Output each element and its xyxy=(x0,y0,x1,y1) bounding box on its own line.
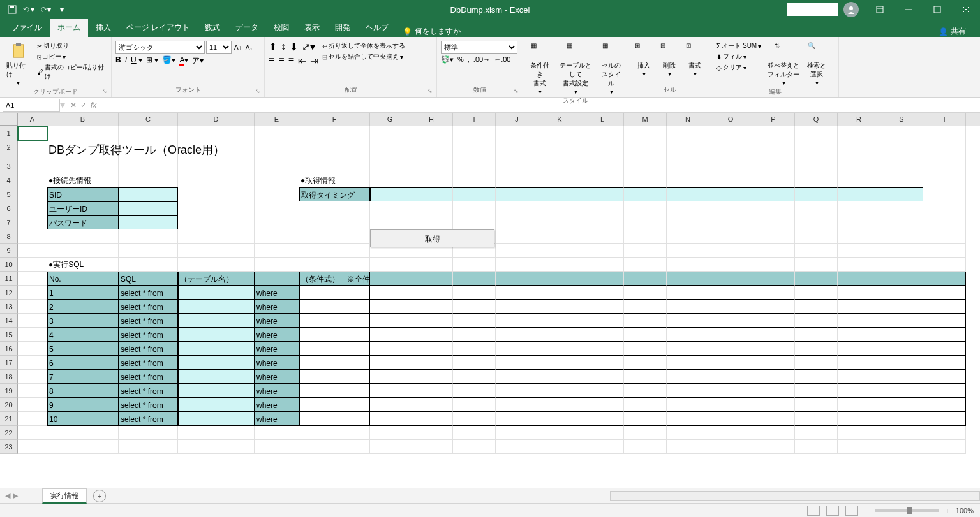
cell-P19[interactable] xyxy=(752,384,795,398)
cell-F12[interactable] xyxy=(299,286,370,300)
cell-I17[interactable] xyxy=(453,356,496,370)
normal-view-icon[interactable] xyxy=(807,506,820,516)
col-header-I[interactable]: I xyxy=(453,113,496,126)
number-format-select[interactable]: 標準 xyxy=(441,41,517,54)
cell-N21[interactable] xyxy=(667,412,709,426)
cell-E4[interactable] xyxy=(255,173,299,187)
tab-data[interactable]: データ xyxy=(228,18,266,37)
name-box[interactable] xyxy=(3,99,60,112)
cell-M10[interactable] xyxy=(624,258,667,272)
cell-E15[interactable]: where xyxy=(255,328,299,342)
cell-Q23[interactable] xyxy=(795,440,838,454)
cell-T15[interactable] xyxy=(923,328,966,342)
cell-J16[interactable] xyxy=(496,342,538,356)
cell-P1[interactable] xyxy=(752,126,795,140)
cell-R18[interactable] xyxy=(838,370,880,384)
tab-view[interactable]: 表示 xyxy=(297,18,327,37)
cell-O12[interactable] xyxy=(709,286,752,300)
cell-G16[interactable] xyxy=(370,342,410,356)
row-header-3[interactable]: 3 xyxy=(0,159,18,173)
cell-H16[interactable] xyxy=(410,342,453,356)
cell-R23[interactable] xyxy=(838,440,880,454)
cell-P3[interactable] xyxy=(752,159,795,173)
cell-F19[interactable] xyxy=(299,384,370,398)
cell-Q2[interactable] xyxy=(795,140,838,159)
cell-P13[interactable] xyxy=(752,300,795,314)
cell-D17[interactable] xyxy=(178,356,255,370)
cell-N10[interactable] xyxy=(667,258,709,272)
orientation-icon[interactable]: ⤢▾ xyxy=(302,41,315,53)
cell-A19[interactable] xyxy=(18,384,47,398)
row-header-8[interactable]: 8 xyxy=(0,229,18,244)
cell-C21[interactable]: select * from xyxy=(119,412,178,426)
cell-C7[interactable] xyxy=(119,215,178,229)
cell-G2[interactable] xyxy=(370,140,410,159)
cell-F23[interactable] xyxy=(299,440,370,454)
cell-D6[interactable] xyxy=(178,201,255,215)
cell-C6[interactable] xyxy=(119,201,178,215)
align-middle-icon[interactable]: ↕ xyxy=(281,41,286,53)
cell-F4[interactable]: ●取得情報 xyxy=(299,173,370,187)
cell-D9[interactable] xyxy=(178,244,255,258)
cell-B5[interactable]: SID xyxy=(47,187,119,201)
col-header-S[interactable]: S xyxy=(880,113,923,126)
cell-E11[interactable] xyxy=(255,272,299,286)
cell-R9[interactable] xyxy=(838,244,880,258)
cell-N18[interactable] xyxy=(667,370,709,384)
cells[interactable]: DBダンプ取得ツール（Oracle用）●接続先情報●取得情報SID取得タイミング… xyxy=(18,126,980,454)
cell-H6[interactable] xyxy=(410,201,453,215)
cell-O18[interactable] xyxy=(709,370,752,384)
cell-G10[interactable] xyxy=(370,258,410,272)
cell-A5[interactable] xyxy=(18,187,47,201)
cell-E16[interactable]: where xyxy=(255,342,299,356)
cell-I5[interactable] xyxy=(453,187,496,201)
cell-E21[interactable]: where xyxy=(255,412,299,426)
decrease-decimal-icon[interactable]: ←.00 xyxy=(494,55,510,64)
cell-G5[interactable] xyxy=(370,187,410,201)
cell-K23[interactable] xyxy=(538,440,581,454)
cell-C8[interactable] xyxy=(119,229,178,244)
cell-L1[interactable] xyxy=(581,126,624,140)
cell-Q8[interactable] xyxy=(795,229,838,244)
cell-A12[interactable] xyxy=(18,286,47,300)
cell-T7[interactable] xyxy=(923,215,966,229)
cell-R20[interactable] xyxy=(838,398,880,412)
cell-M2[interactable] xyxy=(624,140,667,159)
cell-R13[interactable] xyxy=(838,300,880,314)
cell-R5[interactable] xyxy=(838,187,880,201)
cell-K22[interactable] xyxy=(538,426,581,440)
find-select-button[interactable]: 🔍検索と 選択▾ xyxy=(805,41,829,87)
cell-R6[interactable] xyxy=(838,201,880,215)
row-header-7[interactable]: 7 xyxy=(0,215,18,229)
cell-B13[interactable]: 2 xyxy=(47,300,119,314)
cell-B23[interactable] xyxy=(47,440,119,454)
cell-T17[interactable] xyxy=(923,356,966,370)
cell-F10[interactable] xyxy=(299,258,370,272)
cell-Q10[interactable] xyxy=(795,258,838,272)
cell-F21[interactable] xyxy=(299,412,370,426)
cell-D15[interactable] xyxy=(178,328,255,342)
tab-home[interactable]: ホーム xyxy=(50,18,88,37)
cell-B11[interactable]: No. xyxy=(47,272,119,286)
conditional-format-button[interactable]: ▦条件付き 書式▾ xyxy=(527,41,553,96)
cell-A1[interactable] xyxy=(18,126,47,140)
tell-me-search[interactable]: 💡何をしますか xyxy=(403,26,461,37)
cell-L5[interactable] xyxy=(581,187,624,201)
cell-Q17[interactable] xyxy=(795,356,838,370)
cell-H4[interactable] xyxy=(410,173,453,187)
cell-I12[interactable] xyxy=(453,286,496,300)
cell-I16[interactable] xyxy=(453,342,496,356)
cell-B12[interactable]: 1 xyxy=(47,286,119,300)
cell-T3[interactable] xyxy=(923,159,966,173)
cell-J20[interactable] xyxy=(496,398,538,412)
cell-L2[interactable] xyxy=(581,140,624,159)
cell-L13[interactable] xyxy=(581,300,624,314)
cell-D1[interactable] xyxy=(178,126,255,140)
copy-button[interactable]: ⎘コピー ▾ xyxy=(36,52,107,62)
cell-R8[interactable] xyxy=(838,229,880,244)
cell-H23[interactable] xyxy=(410,440,453,454)
cell-I23[interactable] xyxy=(453,440,496,454)
cell-D18[interactable] xyxy=(178,370,255,384)
row-header-10[interactable]: 10 xyxy=(0,258,18,272)
row-header-15[interactable]: 15 xyxy=(0,328,18,342)
